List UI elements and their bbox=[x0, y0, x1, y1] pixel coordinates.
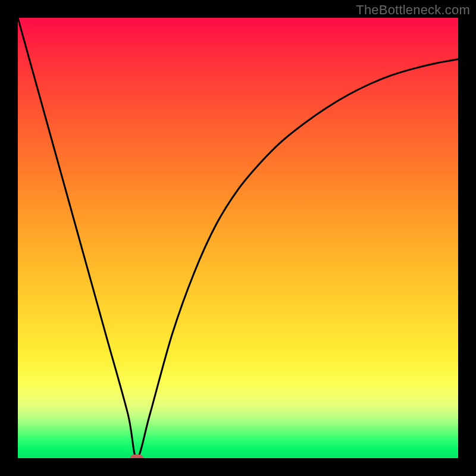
bottleneck-curve bbox=[18, 18, 458, 458]
chart-frame: TheBottleneck.com bbox=[0, 0, 476, 476]
plot-area bbox=[18, 18, 458, 458]
minimum-marker bbox=[130, 455, 143, 458]
watermark-text: TheBottleneck.com bbox=[356, 2, 470, 18]
